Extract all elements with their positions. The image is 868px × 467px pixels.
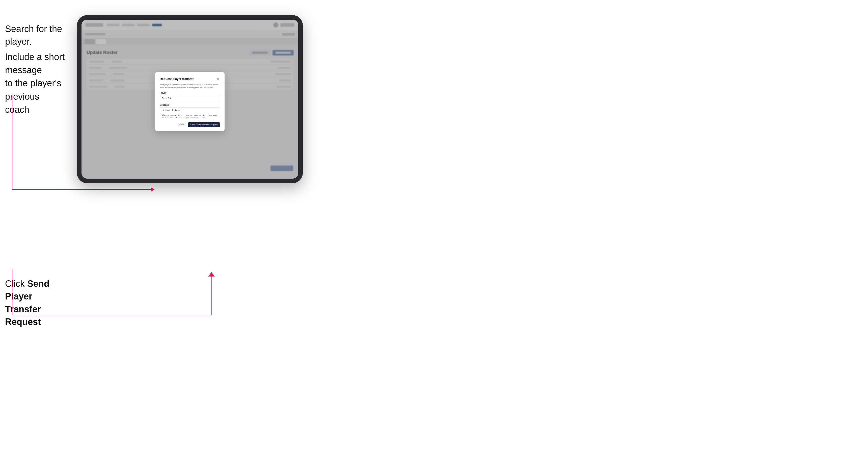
cancel-button[interactable]: Cancel (176, 122, 186, 127)
annotation-search-text: Search for the player. (5, 24, 62, 47)
player-label: Player (160, 92, 220, 94)
tablet-screen: Update Roster (82, 20, 298, 179)
arrow-line-horizontal-1 (12, 189, 154, 190)
annotation-click: Click Send PlayerTransfer Request (5, 278, 73, 329)
arrow-tip-up (208, 272, 215, 277)
annotation-message: Include a short messageto the player's p… (5, 51, 73, 116)
send-transfer-request-button[interactable]: Send Player Transfer Request (188, 122, 220, 127)
modal-footer: Cancel Send Player Transfer Request (160, 122, 220, 127)
modal-overlay: Request player transfer ✕ If the player … (82, 20, 298, 179)
modal-title: Request player transfer (160, 77, 193, 81)
tablet-device: Update Roster (77, 15, 303, 183)
arrow-line-horizontal-2 (12, 315, 212, 315)
modal-description: If the player is transferring from anoth… (160, 83, 220, 89)
player-input[interactable] (160, 95, 220, 101)
arrow-line-vertical-2 (12, 269, 12, 315)
arrow-line-vertical-1 (12, 96, 12, 189)
arrow-tip-1 (151, 187, 154, 192)
arrow-line-vertical-3 (212, 274, 212, 315)
modal-close-button[interactable]: ✕ (216, 77, 220, 81)
annotation-search: Search for the player. (5, 23, 71, 48)
request-transfer-modal: Request player transfer ✕ If the player … (155, 72, 224, 131)
message-textarea[interactable]: Hi Coach McHarg, Please accept this tran… (160, 107, 220, 118)
message-label: Message (160, 104, 220, 106)
modal-header: Request player transfer ✕ (160, 77, 220, 81)
